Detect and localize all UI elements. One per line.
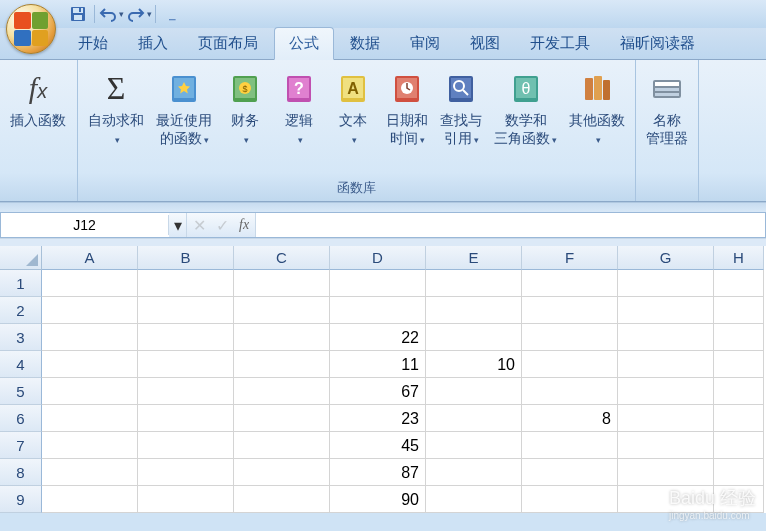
cell[interactable] [234, 324, 330, 351]
name-manager-button[interactable]: 名称 管理器 [642, 64, 692, 147]
cell[interactable] [234, 459, 330, 486]
cell[interactable]: 87 [330, 459, 426, 486]
cell[interactable]: 10 [426, 351, 522, 378]
cell[interactable] [138, 432, 234, 459]
tab-home[interactable]: 开始 [64, 28, 122, 59]
cell[interactable] [426, 432, 522, 459]
cell[interactable] [426, 405, 522, 432]
cell[interactable] [42, 486, 138, 513]
redo-button[interactable]: ▾ [125, 2, 153, 26]
date-time-button[interactable]: 日期和 时间▾ [382, 64, 432, 147]
fx-button[interactable]: fx [239, 217, 249, 233]
cell[interactable] [234, 351, 330, 378]
row-header[interactable]: 5 [0, 378, 42, 405]
cell[interactable] [234, 297, 330, 324]
cell[interactable] [522, 432, 618, 459]
tab-page-layout[interactable]: 页面布局 [184, 28, 272, 59]
row-header[interactable]: 1 [0, 270, 42, 297]
more-functions-button[interactable]: 其他函数▾ [565, 64, 629, 147]
row-header[interactable]: 2 [0, 297, 42, 324]
cell[interactable] [618, 405, 714, 432]
cell[interactable] [522, 351, 618, 378]
formula-input[interactable] [256, 223, 765, 227]
row-header[interactable]: 3 [0, 324, 42, 351]
cell[interactable] [138, 405, 234, 432]
cell[interactable] [522, 270, 618, 297]
cell[interactable] [234, 405, 330, 432]
cell[interactable] [426, 297, 522, 324]
column-header[interactable]: G [618, 246, 714, 270]
column-header[interactable]: D [330, 246, 426, 270]
cell[interactable] [42, 297, 138, 324]
cell[interactable] [426, 378, 522, 405]
cell[interactable] [234, 432, 330, 459]
tab-review[interactable]: 审阅 [396, 28, 454, 59]
cell[interactable] [42, 432, 138, 459]
cell[interactable] [330, 297, 426, 324]
cell[interactable]: 11 [330, 351, 426, 378]
cell[interactable] [234, 270, 330, 297]
cell[interactable] [714, 324, 764, 351]
cell[interactable] [138, 459, 234, 486]
cell[interactable] [234, 378, 330, 405]
tab-insert[interactable]: 插入 [124, 28, 182, 59]
tab-foxit-reader[interactable]: 福昕阅读器 [606, 28, 709, 59]
cell[interactable] [138, 297, 234, 324]
tab-developer[interactable]: 开发工具 [516, 28, 604, 59]
cell[interactable] [138, 486, 234, 513]
cell[interactable] [138, 270, 234, 297]
row-header[interactable]: 6 [0, 405, 42, 432]
cell[interactable] [426, 459, 522, 486]
cell[interactable] [714, 351, 764, 378]
office-button[interactable] [6, 4, 56, 54]
financial-button[interactable]: $ 财务▾ [220, 64, 270, 147]
cell[interactable] [426, 324, 522, 351]
row-header[interactable]: 8 [0, 459, 42, 486]
cell[interactable] [618, 351, 714, 378]
cell[interactable] [618, 378, 714, 405]
cell[interactable]: 8 [522, 405, 618, 432]
cell[interactable] [714, 459, 764, 486]
logical-button[interactable]: ? 逻辑▾ [274, 64, 324, 147]
cell[interactable]: 45 [330, 432, 426, 459]
recently-used-button[interactable]: 最近使用 的函数▾ [152, 64, 216, 147]
cell[interactable] [522, 486, 618, 513]
cell[interactable] [138, 324, 234, 351]
cell[interactable]: 90 [330, 486, 426, 513]
save-button[interactable] [64, 2, 92, 26]
cell[interactable] [42, 378, 138, 405]
text-button[interactable]: A 文本▾ [328, 64, 378, 147]
cell[interactable] [138, 351, 234, 378]
cell[interactable] [618, 297, 714, 324]
enter-formula-button[interactable]: ✓ [216, 216, 229, 235]
cell[interactable] [330, 270, 426, 297]
qat-customize-button[interactable]: ⎯ [158, 2, 186, 26]
column-header[interactable]: E [426, 246, 522, 270]
cell[interactable] [714, 378, 764, 405]
tab-data[interactable]: 数据 [336, 28, 394, 59]
lookup-reference-button[interactable]: 查找与 引用▾ [436, 64, 486, 147]
cell[interactable] [522, 459, 618, 486]
cell[interactable] [42, 459, 138, 486]
select-all-corner[interactable] [0, 246, 42, 270]
name-box-dropdown[interactable]: ▾ [169, 213, 187, 237]
cell[interactable]: 22 [330, 324, 426, 351]
cell[interactable] [618, 432, 714, 459]
cell[interactable] [714, 270, 764, 297]
cell[interactable] [138, 378, 234, 405]
undo-button[interactable]: ▾ [97, 2, 125, 26]
column-header[interactable]: H [714, 246, 764, 270]
cell[interactable]: 67 [330, 378, 426, 405]
cell[interactable] [522, 297, 618, 324]
cell[interactable] [42, 324, 138, 351]
cell[interactable] [714, 405, 764, 432]
row-header[interactable]: 4 [0, 351, 42, 378]
tab-view[interactable]: 视图 [456, 28, 514, 59]
cell[interactable] [618, 270, 714, 297]
tab-formulas[interactable]: 公式 [274, 27, 334, 60]
column-header[interactable]: A [42, 246, 138, 270]
cell[interactable] [714, 432, 764, 459]
cell[interactable] [234, 486, 330, 513]
cell[interactable] [426, 486, 522, 513]
cell[interactable]: 23 [330, 405, 426, 432]
